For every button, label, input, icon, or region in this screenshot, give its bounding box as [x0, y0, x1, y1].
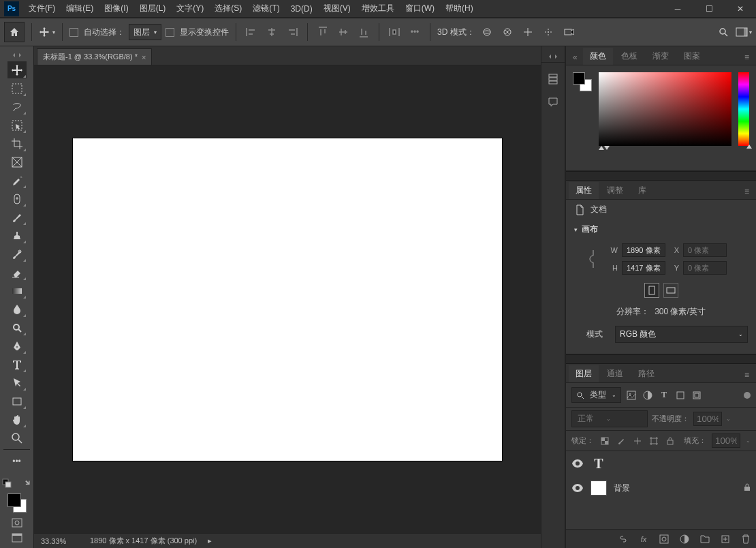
visibility-toggle[interactable] [571, 484, 584, 492]
hue-slider[interactable] [738, 72, 749, 146]
home-button[interactable] [4, 22, 25, 42]
auto-select-checkbox[interactable]: 自动选择： [69, 27, 125, 38]
mask-icon[interactable] [658, 533, 670, 545]
eyedropper-tool[interactable] [7, 172, 27, 189]
lock-all-icon[interactable] [665, 436, 676, 446]
lock-position-icon[interactable] [632, 436, 643, 446]
align-left-icon[interactable] [243, 24, 259, 40]
healing-brush-tool[interactable] [7, 190, 27, 207]
filter-toggle[interactable] [744, 392, 751, 399]
canvas[interactable] [73, 138, 502, 461]
align-right-icon[interactable] [284, 24, 300, 40]
group-icon[interactable] [699, 533, 711, 545]
color-fg-bg[interactable] [573, 72, 592, 91]
marquee-tool[interactable] [7, 80, 27, 97]
history-panel-icon[interactable] [546, 72, 560, 86]
clone-stamp-tool[interactable] [7, 227, 27, 244]
more-align-icon[interactable]: ••• [407, 24, 423, 40]
portrait-button[interactable] [644, 283, 659, 298]
layer-thumbnail[interactable] [590, 481, 607, 496]
fg-color-swatch[interactable] [573, 72, 585, 85]
zoom-tool[interactable] [7, 429, 27, 446]
quick-mask-button[interactable] [10, 517, 25, 529]
tab-swatches[interactable]: 色板 [614, 48, 644, 65]
filter-smart-icon[interactable] [691, 389, 703, 401]
object-select-tool[interactable] [7, 117, 27, 134]
workspace-switcher[interactable]: ▾ [736, 24, 752, 40]
tab-close-icon[interactable]: × [142, 53, 146, 61]
menu-edit[interactable]: 编辑(E) [61, 0, 99, 18]
document-tab[interactable]: 未标题-1 @ 33.3%(RGB/8) * × [37, 48, 152, 65]
crop-tool[interactable] [7, 135, 27, 152]
menu-help[interactable]: 帮助(H) [440, 0, 479, 18]
3d-pan-icon[interactable] [520, 24, 536, 40]
height-input[interactable] [622, 261, 665, 275]
menu-layer[interactable]: 图层(L) [134, 0, 172, 18]
frame-tool[interactable] [7, 153, 27, 170]
panel-menu-icon[interactable]: ≡ [740, 367, 753, 382]
canvas-section-toggle[interactable]: ▾ 画布 [566, 219, 756, 239]
link-wh-icon[interactable] [589, 249, 597, 269]
tab-properties[interactable]: 属性 [569, 182, 599, 199]
fx-icon[interactable]: fx [637, 533, 650, 545]
tab-gradients[interactable]: 渐变 [646, 48, 676, 65]
menu-select[interactable]: 选择(S) [209, 0, 247, 18]
lock-brush-icon[interactable] [616, 436, 627, 446]
blend-mode-dropdown[interactable]: 正常⌄ [571, 410, 648, 427]
landscape-button[interactable] [663, 283, 678, 298]
window-close-button[interactable]: ✕ [725, 0, 756, 18]
panel-menu-icon[interactable]: ≡ [740, 50, 753, 65]
menu-file[interactable]: 文件(F) [23, 0, 61, 18]
move-tool[interactable] [7, 61, 27, 78]
color-picker-area[interactable] [599, 72, 731, 146]
status-menu-icon[interactable]: ▸ [208, 536, 212, 545]
fill-input[interactable] [712, 433, 740, 448]
menu-image[interactable]: 图像(I) [99, 0, 133, 18]
menu-type[interactable]: 文字(Y) [171, 0, 209, 18]
history-brush-tool[interactable] [7, 245, 27, 262]
lock-pixels-icon[interactable] [599, 436, 610, 446]
gradient-tool[interactable] [7, 282, 27, 299]
fg-bg-color[interactable] [6, 492, 28, 514]
swap-colors-icon[interactable] [20, 477, 35, 489]
move-tool-indicator[interactable]: ▾ [39, 27, 55, 37]
layer-name[interactable]: 背景 [614, 483, 630, 494]
pen-tool[interactable] [7, 337, 27, 354]
menu-window[interactable]: 窗口(W) [400, 0, 440, 18]
adjustment-icon[interactable] [678, 533, 691, 545]
rectangle-tool[interactable] [7, 393, 27, 410]
foreground-color-swatch[interactable] [7, 493, 21, 507]
window-maximize-button[interactable]: ☐ [693, 0, 725, 18]
align-center-h-icon[interactable] [264, 24, 280, 40]
comments-panel-icon[interactable] [546, 95, 560, 109]
align-top-icon[interactable] [315, 24, 331, 40]
layer-filter-dropdown[interactable]: 类型 ⌄ [571, 387, 621, 403]
type-tool[interactable] [7, 356, 27, 373]
filter-adjust-icon[interactable] [642, 389, 654, 401]
delete-layer-icon[interactable] [740, 533, 752, 545]
hand-tool[interactable] [7, 411, 27, 428]
tab-libraries[interactable]: 库 [631, 182, 653, 199]
tab-paths[interactable]: 路径 [631, 365, 661, 382]
x-input[interactable] [683, 243, 727, 257]
tab-patterns[interactable]: 图案 [677, 48, 707, 65]
path-select-tool[interactable] [7, 374, 27, 391]
tab-layers[interactable]: 图层 [569, 365, 599, 382]
default-colors-icon[interactable] [0, 477, 14, 489]
3d-zoom-icon[interactable] [561, 24, 577, 40]
lock-artboard-icon[interactable] [648, 436, 659, 446]
menu-plugins[interactable]: 增效工具 [356, 0, 400, 18]
tools-collapse-handle[interactable] [0, 50, 33, 60]
brush-tool[interactable] [7, 209, 27, 226]
layer-thumbnail[interactable]: T [590, 456, 607, 471]
opacity-input[interactable] [693, 412, 722, 426]
mini-expand-button[interactable] [541, 50, 565, 63]
align-middle-icon[interactable] [335, 24, 351, 40]
menu-3d[interactable]: 3D(D) [285, 0, 318, 18]
menu-filter[interactable]: 滤镜(T) [247, 0, 285, 18]
width-input[interactable] [622, 243, 665, 257]
3d-slide-icon[interactable] [540, 24, 556, 40]
new-layer-icon[interactable] [719, 533, 731, 545]
lasso-tool[interactable] [7, 98, 27, 115]
search-button[interactable] [715, 24, 731, 40]
